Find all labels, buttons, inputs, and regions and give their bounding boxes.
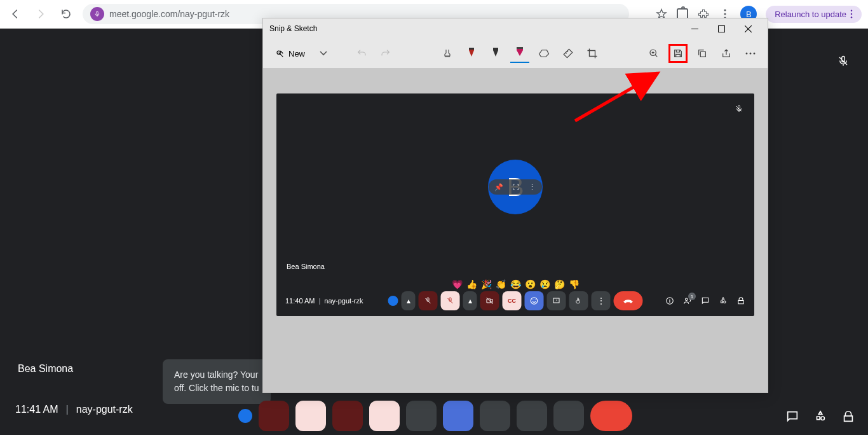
inner-host-icon[interactable]: [736, 296, 745, 305]
meet-time-label: 11:41 AM: [15, 404, 58, 415]
eraser-icon[interactable]: [534, 44, 553, 63]
inner-hangup-button[interactable]: [614, 291, 643, 310]
inner-mic-chevron[interactable]: ▴: [402, 291, 416, 310]
ctrl-behind[interactable]: [480, 401, 510, 431]
meet-right-icons: [785, 410, 855, 424]
reaction-emoji[interactable]: 😢: [539, 279, 550, 289]
inner-avatar-area: B 📌 ⛶ ⋮: [488, 160, 543, 214]
inner-cam-chevron[interactable]: ▴: [463, 291, 477, 310]
ctrl-behind[interactable]: [553, 401, 584, 431]
touch-writing-icon[interactable]: [438, 44, 457, 63]
participant-name-label: Bea Simona: [18, 363, 73, 375]
reaction-emoji[interactable]: 💗: [452, 279, 463, 289]
svg-point-3: [851, 10, 852, 11]
inner-camera-button[interactable]: [480, 291, 499, 310]
close-button[interactable]: [735, 18, 761, 39]
inner-present-button[interactable]: [547, 291, 566, 310]
snip-sketch-window: Snip & Sketch New: [262, 18, 768, 393]
svg-point-18: [686, 298, 688, 301]
inner-avatar: B 📌 ⛶ ⋮: [488, 160, 543, 214]
back-button[interactable]: [6, 5, 24, 23]
reaction-emoji[interactable]: 👎: [569, 279, 580, 289]
inner-reactions-button[interactable]: [525, 291, 544, 310]
mic-muted-icon: [837, 55, 849, 67]
svg-point-5: [851, 17, 852, 18]
inner-more-button[interactable]: ⋮: [592, 291, 611, 310]
inner-bottom-bar: 11:40 AM | nay-pgut-rzk ▴ ▴ CC ⋮: [276, 289, 754, 312]
inner-controls: ▴ ▴ CC ⋮: [388, 291, 643, 310]
chat-icon[interactable]: [785, 410, 799, 424]
reload-button[interactable]: [57, 5, 75, 23]
svg-point-14: [754, 53, 756, 55]
inner-mic-alert[interactable]: [441, 291, 460, 310]
maximize-button[interactable]: [708, 18, 735, 39]
site-info-icon[interactable]: [90, 7, 104, 21]
undo-icon[interactable]: [352, 44, 371, 63]
people-count-badge: 1: [688, 293, 696, 300]
ctrl-behind[interactable]: [517, 401, 547, 431]
ctrl-behind[interactable]: [443, 401, 473, 431]
crop-icon[interactable]: [583, 44, 602, 63]
inner-mic-button[interactable]: [419, 291, 438, 310]
inner-reactions-bar[interactable]: 💗👍🎉👏😂😮😢🤔👎: [452, 279, 580, 289]
activities-icon[interactable]: [813, 410, 827, 424]
inner-right-icons: 1: [665, 296, 745, 305]
inner-cc-button[interactable]: CC: [503, 291, 522, 310]
ballpoint-pen-icon[interactable]: [462, 44, 481, 63]
svg-point-13: [750, 53, 752, 55]
highlighter-icon[interactable]: [510, 44, 529, 63]
share-icon[interactable]: [717, 44, 736, 63]
inner-raise-hand-button[interactable]: [569, 291, 588, 310]
inner-info-icon[interactable]: [665, 296, 674, 305]
url-text: meet.google.com/nay-pgut-rzk: [109, 9, 229, 19]
host-controls-icon[interactable]: [841, 410, 855, 424]
tile-more-icon[interactable]: ⋮: [527, 182, 537, 192]
save-button-highlighted[interactable]: [668, 44, 688, 63]
inner-activities-icon[interactable]: [719, 296, 728, 305]
delay-dropdown-icon[interactable]: [314, 44, 333, 63]
speaking-dot: [238, 409, 252, 423]
relaunch-button[interactable]: Relaunch to update: [766, 6, 862, 23]
more-icon[interactable]: [741, 44, 760, 63]
reaction-emoji[interactable]: 👍: [466, 279, 477, 289]
hangup-behind[interactable]: [590, 401, 632, 431]
save-icon: [673, 48, 683, 59]
reaction-emoji[interactable]: 👏: [496, 279, 506, 289]
ruler-icon[interactable]: [559, 44, 578, 63]
new-label: New: [288, 49, 305, 59]
snip-titlebar[interactable]: Snip & Sketch: [263, 18, 768, 39]
pin-icon[interactable]: 📌: [494, 182, 504, 192]
minimize-button[interactable]: [681, 18, 708, 39]
snip-title-text: Snip & Sketch: [269, 24, 317, 33]
ctrl-behind[interactable]: [406, 401, 437, 431]
snip-toolbar: New: [263, 39, 768, 68]
svg-point-15: [531, 298, 538, 305]
ctrl-behind[interactable]: [295, 401, 326, 431]
fullscreen-icon[interactable]: ⛶: [510, 182, 520, 192]
svg-rect-8: [469, 48, 474, 50]
inner-chat-icon[interactable]: [701, 296, 710, 305]
zoom-icon[interactable]: [644, 44, 663, 63]
reaction-emoji[interactable]: 😂: [510, 279, 521, 289]
ctrl-behind[interactable]: [332, 401, 363, 431]
new-snip-button[interactable]: New: [271, 46, 309, 61]
inner-mic-muted-icon: [735, 105, 743, 113]
redo-icon[interactable]: [376, 44, 395, 63]
reaction-emoji[interactable]: 🤔: [554, 279, 565, 289]
pencil-icon[interactable]: [486, 44, 505, 63]
forward-button[interactable]: [32, 5, 50, 23]
inner-code: nay-pgut-rzk: [324, 297, 363, 305]
window-controls: [681, 18, 761, 39]
copy-icon[interactable]: [693, 44, 712, 63]
reaction-emoji[interactable]: 😮: [525, 279, 536, 289]
ctrl-behind[interactable]: [369, 401, 400, 431]
reaction-emoji[interactable]: 🎉: [481, 279, 492, 289]
snip-canvas[interactable]: B 📌 ⛶ ⋮ Bea Simona 💗👍🎉👏😂😮😢🤔👎 11:40 AM | …: [263, 68, 768, 392]
captured-screenshot: B 📌 ⛶ ⋮ Bea Simona 💗👍🎉👏😂😮😢🤔👎 11:40 AM | …: [276, 93, 754, 316]
inner-people-icon[interactable]: 1: [683, 296, 692, 305]
svg-rect-11: [700, 52, 705, 57]
ctrl-behind[interactable]: [259, 401, 289, 431]
svg-point-12: [746, 53, 748, 55]
meet-controls-behind: [238, 401, 632, 431]
inner-speaking-dot: [388, 296, 398, 306]
